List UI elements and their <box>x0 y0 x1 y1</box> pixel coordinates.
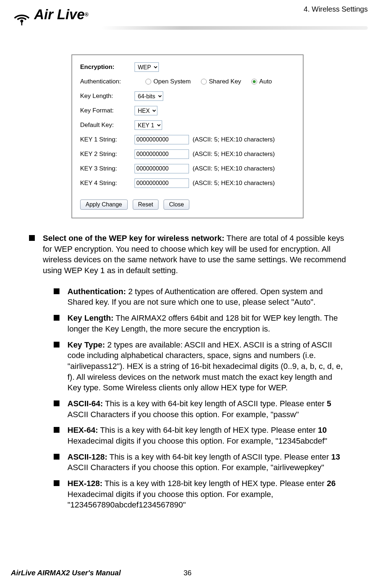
signal-icon <box>11 4 33 25</box>
radio-open-label: Open System <box>153 78 191 85</box>
list-item: Select one of the WEP key for wireless n… <box>29 233 346 510</box>
keylen-select[interactable]: 64-bits <box>135 91 163 101</box>
key1-label: KEY 1 String: <box>80 136 135 143</box>
bullet-text: This is a key with 128-bit key length of… <box>103 479 327 488</box>
bullet-text: Hexadecimal digits if you choose this op… <box>67 490 273 510</box>
encryption-select[interactable]: WEP <box>135 62 159 72</box>
bullet-bold: 5 <box>327 399 331 408</box>
bullet-title: ASCII-64: <box>67 399 103 408</box>
bullet-bold: 10 <box>318 425 326 435</box>
defkey-label: Default Key: <box>80 122 135 129</box>
logo-text: Air Live <box>34 7 85 22</box>
key4-hint: (ASCII: 5; HEX:10 characters) <box>193 180 275 187</box>
key1-input[interactable] <box>135 135 189 144</box>
header-divider <box>102 26 368 30</box>
radio-shared-label: Shared Key <box>209 78 241 85</box>
key2-hint: (ASCII: 5; HEX:10 characters) <box>193 151 275 158</box>
list-item: HEX-64: This is a key with 64-bit key le… <box>54 425 346 446</box>
bullet-text: ASCII Characters if you choose this opti… <box>67 410 299 419</box>
page-number: 36 <box>184 569 191 577</box>
key1-hint: (ASCII: 5; HEX:10 characters) <box>193 136 275 143</box>
list-item: Authentication: 2 types of Authenticatio… <box>54 286 346 308</box>
bullet-title: ASCII-128: <box>67 452 107 461</box>
content-text: Select one of the WEP key for wireless n… <box>29 233 346 510</box>
keyfmt-select[interactable]: HEX <box>135 106 157 115</box>
key3-label: KEY 3 String: <box>80 165 135 172</box>
encryption-label: Encryption: <box>80 63 135 71</box>
airlive-logo: Air Live® <box>11 4 88 25</box>
key2-input[interactable] <box>135 149 189 159</box>
keyfmt-label: Key Format: <box>80 107 135 114</box>
bullet-text: Hexadecimal digits if you choose this op… <box>67 436 327 445</box>
bullet-title: HEX-128: <box>67 479 103 488</box>
defkey-select[interactable]: KEY 1 <box>135 120 162 130</box>
manual-title: AirLive AIRMAX2 User's Manual <box>11 569 121 577</box>
radio-auto-label: Auto <box>259 78 272 85</box>
list-item: ASCII-64: This is a key with 64-bit key … <box>54 398 346 420</box>
key3-hint: (ASCII: 5; HEX:10 characters) <box>193 165 275 172</box>
bullet-title: Key Type: <box>67 340 105 349</box>
bullet-text: This is a key with 64-bit key length of … <box>103 399 327 408</box>
bullet-title: Authentication: <box>67 287 126 296</box>
bullet-text: This is a key with 64-bit key length of … <box>107 452 331 461</box>
key4-input[interactable] <box>135 178 189 188</box>
keylen-label: Key Length: <box>80 92 135 100</box>
reset-button[interactable]: Reset <box>133 200 159 210</box>
bullet-text: This is a key with 64-bit key length of … <box>98 425 318 435</box>
list-item: ASCII-128: This is a key with 64-bit key… <box>54 452 346 473</box>
bullet-bold: 13 <box>331 452 340 461</box>
key3-input[interactable] <box>135 164 189 173</box>
bullet-title: Key Length: <box>67 313 114 322</box>
bullet-bold: 26 <box>327 479 335 488</box>
page-footer: AirLive AIRMAX2 User's Manual 36 <box>11 569 364 577</box>
radio-shared[interactable] <box>201 79 207 85</box>
bullet-title: HEX-64: <box>67 425 98 435</box>
bullet-title: Select one of the WEP key for wireless n… <box>43 234 224 243</box>
wep-config-panel: Encryption: WEP Authentication: Open Sys… <box>71 54 304 218</box>
breadcrumb: 4. Wireless Settings <box>304 5 368 13</box>
radio-open[interactable] <box>145 79 151 85</box>
list-item: HEX-128: This is a key with 128-bit key … <box>54 478 346 510</box>
key2-label: KEY 2 String: <box>80 151 135 158</box>
auth-radio-group: Open System Shared Key Auto <box>145 78 272 85</box>
auth-label: Authentication: <box>80 78 135 85</box>
list-item: Key Type: 2 types are available: ASCII a… <box>54 340 346 393</box>
close-button[interactable]: Close <box>164 200 189 210</box>
list-item: Key Length: The AIRMAX2 offers 64bit and… <box>54 313 346 334</box>
key4-label: KEY 4 String: <box>80 180 135 187</box>
apply-button[interactable]: Apply Change <box>80 200 128 210</box>
bullet-text: 2 types are available: ASCII and HEX. AS… <box>67 340 343 392</box>
page-header: Air Live® 4. Wireless Settings <box>29 0 346 44</box>
bullet-text: ASCII Characters if you choose this opti… <box>67 463 324 472</box>
radio-auto[interactable] <box>251 79 257 85</box>
